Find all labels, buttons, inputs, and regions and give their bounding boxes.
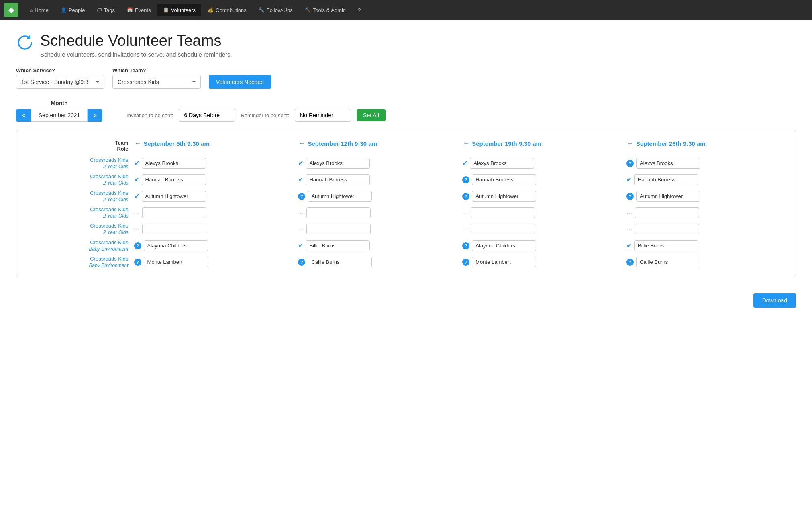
nav-followups-label: Follow-Ups bbox=[267, 7, 293, 13]
cell-1-3: ✔ bbox=[625, 171, 789, 188]
cell-5-1: ✔ bbox=[296, 237, 461, 254]
nav-home[interactable]: ⌂ Home bbox=[24, 4, 54, 16]
team-role-3: 2 Year Olds bbox=[103, 213, 128, 219]
vol-input-2-1[interactable] bbox=[308, 191, 372, 202]
col-arrow-1[interactable]: ← bbox=[299, 140, 305, 147]
nav-contributions[interactable]: 💰 Contributions bbox=[202, 4, 252, 16]
vol-input-1-0[interactable] bbox=[142, 174, 206, 185]
vol-input-4-3[interactable] bbox=[635, 224, 699, 234]
download-button[interactable]: Download bbox=[753, 293, 796, 308]
status-question-6-0: ? bbox=[134, 259, 141, 266]
vol-input-4-2[interactable] bbox=[471, 224, 535, 234]
status-dots-3-2: ··· bbox=[462, 210, 468, 216]
next-month-button[interactable]: > bbox=[88, 109, 102, 122]
vol-input-2-3[interactable] bbox=[636, 191, 700, 202]
status-question-6-1: ? bbox=[298, 259, 305, 266]
col-arrow-3[interactable]: ← bbox=[627, 140, 634, 147]
month-nav: < September 2021 > bbox=[16, 109, 102, 122]
vol-input-6-3[interactable] bbox=[636, 257, 700, 267]
nav-followups[interactable]: 🔧 Follow-Ups bbox=[253, 4, 298, 16]
vol-input-4-1[interactable] bbox=[306, 224, 371, 234]
vol-input-6-0[interactable] bbox=[144, 257, 208, 267]
vol-input-3-1[interactable] bbox=[306, 207, 371, 218]
invitation-input[interactable] bbox=[179, 109, 235, 122]
status-dots-4-3: ··· bbox=[626, 226, 632, 232]
cell-6-1: ? bbox=[296, 254, 461, 270]
status-check-5-1: ✔ bbox=[298, 242, 303, 249]
cell-2-2: ? bbox=[461, 188, 625, 204]
date-header-2: September 19th 9:30 am bbox=[472, 140, 541, 147]
nav-tags[interactable]: 🏷 Tags bbox=[91, 4, 120, 16]
set-all-button[interactable]: Set All bbox=[357, 109, 386, 121]
service-select[interactable]: 1st Service - Sunday @9:3 bbox=[16, 75, 104, 89]
vol-input-3-3[interactable] bbox=[635, 207, 699, 218]
send-row: Invitation to be sent: Reminder to be se… bbox=[126, 109, 386, 122]
team-role-6: Baby Environment bbox=[89, 263, 129, 268]
brand-logo[interactable]: ◈ bbox=[4, 3, 18, 17]
status-question-1-2: ? bbox=[462, 176, 469, 183]
vol-input-0-2[interactable] bbox=[470, 158, 534, 169]
vol-input-6-2[interactable] bbox=[472, 257, 536, 267]
vol-input-0-1[interactable] bbox=[306, 158, 370, 169]
nav-events[interactable]: 📅 Events bbox=[121, 4, 157, 16]
vol-input-1-1[interactable] bbox=[306, 174, 370, 185]
col-arrow-0[interactable]: ← bbox=[135, 140, 141, 147]
th-date-2: ← September 19th 9:30 am bbox=[461, 137, 625, 155]
navbar: ◈ ⌂ Home 👤 People 🏷 Tags 📅 Events 📋 Volu… bbox=[0, 0, 812, 20]
nav-people[interactable]: 👤 People bbox=[55, 4, 90, 16]
nav-tags-label: Tags bbox=[104, 7, 114, 13]
status-question-5-0: ? bbox=[134, 242, 141, 249]
status-check-0-0: ✔ bbox=[134, 159, 139, 167]
team-select[interactable]: Crossroads Kids bbox=[112, 75, 201, 89]
cell-6-0: ? bbox=[133, 254, 297, 270]
people-icon: 👤 bbox=[61, 7, 67, 13]
month-display: September 2021 bbox=[31, 109, 88, 122]
status-check-0-2: ✔ bbox=[462, 159, 467, 167]
nav-help[interactable]: ? bbox=[352, 4, 366, 16]
cell-2-3: ? bbox=[625, 188, 789, 204]
contributions-icon: 💰 bbox=[208, 7, 214, 13]
vol-input-0-0[interactable] bbox=[142, 158, 206, 169]
reminder-input[interactable] bbox=[295, 109, 351, 122]
volunteers-icon: 📋 bbox=[163, 7, 169, 13]
month-section: Month < September 2021 > bbox=[16, 100, 102, 122]
cell-3-2: ··· bbox=[461, 204, 625, 221]
vol-input-0-3[interactable] bbox=[636, 158, 700, 169]
cell-2-1: ? bbox=[296, 188, 461, 204]
cell-0-2: ✔ bbox=[461, 155, 625, 171]
filter-form: Which Service? 1st Service - Sunday @9:3… bbox=[16, 67, 796, 89]
download-row: Download bbox=[16, 289, 796, 312]
nav-events-label: Events bbox=[135, 7, 151, 13]
vol-input-5-0[interactable] bbox=[144, 240, 208, 251]
team-role-cell-3: Crossroads Kids2 Year Olds bbox=[23, 204, 133, 221]
col-arrow-2[interactable]: ← bbox=[463, 140, 469, 147]
page-title: Schedule Volunteer Teams bbox=[40, 32, 232, 49]
date-header-1: September 12th 9:30 am bbox=[308, 140, 377, 147]
vol-input-5-2[interactable] bbox=[472, 240, 536, 251]
vol-input-5-1[interactable] bbox=[306, 240, 370, 251]
vol-input-2-0[interactable] bbox=[142, 191, 206, 202]
vol-input-4-0[interactable] bbox=[142, 224, 206, 234]
vol-input-5-3[interactable] bbox=[634, 240, 698, 251]
vol-input-1-3[interactable] bbox=[634, 174, 698, 185]
cell-3-3: ··· bbox=[625, 204, 789, 221]
volunteers-needed-button[interactable]: Volunteers Needed bbox=[209, 75, 271, 89]
refresh-icon bbox=[16, 34, 34, 55]
nav-tools[interactable]: 🔨 Tools & Admin bbox=[299, 4, 351, 16]
status-question-2-2: ? bbox=[462, 193, 469, 200]
vol-input-1-2[interactable] bbox=[472, 174, 536, 185]
team-group: Which Team? Crossroads Kids bbox=[112, 67, 201, 89]
vol-input-3-0[interactable] bbox=[142, 207, 206, 218]
team-role-cell-1: Crossroads Kids2 Year Olds bbox=[23, 171, 133, 188]
status-check-2-0: ✔ bbox=[134, 192, 139, 200]
reminder-label: Reminder to be sent: bbox=[241, 112, 289, 118]
cell-0-1: ✔ bbox=[296, 155, 461, 171]
vol-input-6-1[interactable] bbox=[308, 257, 372, 267]
vol-input-2-2[interactable] bbox=[472, 191, 536, 202]
vol-input-3-2[interactable] bbox=[471, 207, 535, 218]
status-check-0-1: ✔ bbox=[298, 159, 303, 167]
prev-month-button[interactable]: < bbox=[16, 109, 31, 122]
brand-icon: ◈ bbox=[8, 6, 14, 14]
nav-volunteers[interactable]: 📋 Volunteers bbox=[157, 4, 201, 16]
service-label: Which Service? bbox=[16, 67, 104, 73]
